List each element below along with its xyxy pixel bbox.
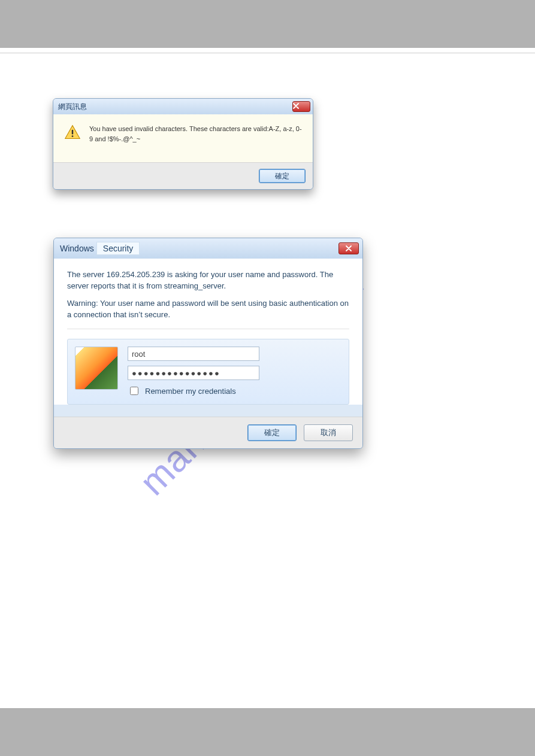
divider xyxy=(67,329,349,329)
security-message-2: Warning: Your user name and password wil… xyxy=(67,298,349,321)
credentials-panel: Remember my credentials xyxy=(67,339,349,405)
ok-button[interactable]: 確定 xyxy=(247,424,297,441)
alert-body: You have used invalid characters. These … xyxy=(53,114,313,162)
title-security: Security xyxy=(96,242,140,255)
svg-point-1 xyxy=(72,135,74,137)
document-page: manualshive.com 網頁訊息 You have used inval… xyxy=(0,0,535,756)
close-button[interactable] xyxy=(292,101,310,112)
svg-rect-0 xyxy=(72,130,73,135)
close-icon xyxy=(293,102,310,111)
cancel-button[interactable]: 取消 xyxy=(304,424,353,441)
credential-fields: Remember my credentials xyxy=(128,347,341,397)
ok-button[interactable]: 確定 xyxy=(259,169,306,183)
close-button[interactable] xyxy=(338,242,359,254)
security-dialog: Windows Security The server 169.254.205.… xyxy=(53,238,363,449)
bottom-banner xyxy=(0,708,535,756)
top-banner xyxy=(0,0,535,48)
avatar xyxy=(75,347,118,390)
title-windows: Windows xyxy=(60,244,94,253)
security-footer: 確定 取消 xyxy=(54,417,362,448)
security-body: The server 169.254.205.239 is asking for… xyxy=(54,259,362,405)
alert-message: You have used invalid characters. These … xyxy=(89,124,302,144)
alert-titlebar: 網頁訊息 xyxy=(53,99,313,114)
close-icon xyxy=(346,244,352,253)
remember-checkbox[interactable] xyxy=(130,387,138,395)
remember-label[interactable]: Remember my credentials xyxy=(128,385,341,397)
security-message-1: The server 169.254.205.239 is asking for… xyxy=(67,269,349,292)
username-input[interactable] xyxy=(128,347,259,361)
warning-icon xyxy=(64,124,81,141)
alert-dialog: 網頁訊息 You have used invalid characters. T… xyxy=(53,98,313,190)
alert-title-text: 網頁訊息 xyxy=(58,102,292,112)
security-titlebar: Windows Security xyxy=(54,238,362,259)
alert-footer: 確定 xyxy=(53,162,313,189)
password-input[interactable] xyxy=(128,366,259,380)
remember-text: Remember my credentials xyxy=(145,387,236,396)
divider xyxy=(0,53,535,53)
